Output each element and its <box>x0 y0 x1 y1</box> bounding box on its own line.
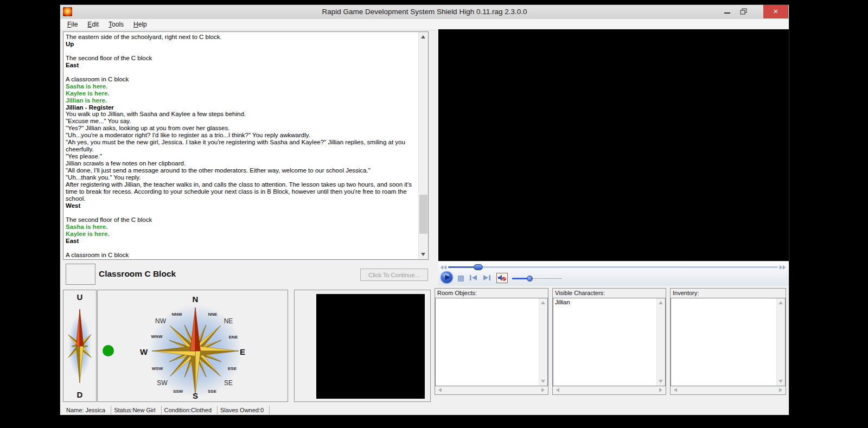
game-text-line: West <box>66 202 417 209</box>
game-text-line <box>66 209 417 216</box>
game-text-line: The second floor of the C block <box>66 216 417 223</box>
maximize-button[interactable] <box>737 5 751 18</box>
media-controls <box>438 261 789 286</box>
compass-panel: NNNENEENEEESESESSESSSWSWWSWWWNWNWNNW <box>97 290 288 402</box>
app-window: Rapid Game Development System Shield Hig… <box>60 4 789 415</box>
compass-direction-n[interactable]: N <box>193 295 199 304</box>
scroll-up-icon[interactable] <box>541 301 545 304</box>
compass-direction-wsw[interactable]: WSW <box>152 366 163 371</box>
scroll-down-icon[interactable] <box>659 380 663 383</box>
secondary-image-panel <box>294 290 431 402</box>
visible-characters-list[interactable]: Jillian <box>553 298 666 386</box>
compass-direction-wnw[interactable]: WNW <box>151 334 163 339</box>
scroll-right-icon[interactable] <box>541 388 545 392</box>
scroll-down-icon[interactable] <box>778 380 783 383</box>
room-objects-scrollbar[interactable] <box>539 298 547 386</box>
scroll-up-icon[interactable] <box>778 301 783 304</box>
menu-item-file[interactable]: File <box>62 19 82 30</box>
compass-rose-icon[interactable] <box>98 290 288 401</box>
minimize-button[interactable] <box>720 5 735 18</box>
game-text-line: "Yes please." <box>66 153 417 160</box>
close-button[interactable]: × <box>763 5 788 18</box>
scroll-right-icon[interactable] <box>659 388 662 392</box>
game-text-line: The eastern side of the schoolyard, righ… <box>66 34 417 41</box>
game-text-area[interactable]: The eastern side of the schoolyard, righ… <box>63 31 429 260</box>
game-text-line: A classroom in C block <box>66 252 417 258</box>
game-text-line: "Excuse me..." You say. <box>66 118 417 125</box>
game-text-line: East <box>66 62 417 69</box>
compass-direction-nnw[interactable]: NNW <box>171 312 182 317</box>
scroll-left-icon[interactable] <box>556 388 559 392</box>
compass-direction-s[interactable]: S <box>193 391 198 400</box>
previous-icon[interactable] <box>469 274 477 281</box>
game-text-line: After registering with Jillian, the teac… <box>66 181 417 202</box>
secondary-image <box>316 294 425 399</box>
game-text-line <box>66 48 417 55</box>
scroll-left-icon[interactable] <box>674 388 677 392</box>
seek-thumb[interactable] <box>474 264 483 270</box>
game-text-line: Kaylee is here. <box>66 231 417 238</box>
next-icon[interactable] <box>483 274 491 281</box>
menu-bar: FileEditToolsHelp <box>60 19 789 30</box>
inventory-label: Inventory: <box>671 289 786 298</box>
list-item[interactable]: Jillian <box>553 298 665 306</box>
close-icon: × <box>774 7 778 16</box>
compass-down-label[interactable]: D <box>63 390 96 399</box>
visible-characters-label: Visible Characters: <box>553 289 666 298</box>
game-text-line <box>66 69 417 76</box>
room-objects-panel: Room Objects: <box>435 288 548 395</box>
compass-direction-ssw[interactable]: SSW <box>173 389 183 394</box>
menu-item-help[interactable]: Help <box>129 19 152 30</box>
room-objects-hscrollbar[interactable] <box>436 386 547 394</box>
game-text-line: Jillian scrawls a few notes on her clipb… <box>66 160 417 167</box>
text-scrollbar[interactable] <box>418 32 428 259</box>
continue-button[interactable]: Click To Continue... <box>360 269 428 281</box>
visible-characters-scrollbar[interactable] <box>656 298 665 386</box>
play-button[interactable] <box>440 271 454 284</box>
stop-icon[interactable] <box>458 276 464 282</box>
game-text-line: "All done, I'll just send a message arou… <box>66 167 417 174</box>
compass-direction-ene[interactable]: ENE <box>229 335 238 340</box>
compass-direction-ne[interactable]: NE <box>224 317 233 325</box>
inventory-panel: Inventory: <box>670 288 786 395</box>
inventory-hscrollbar[interactable] <box>671 386 785 394</box>
compass-direction-nne[interactable]: NNE <box>208 312 218 317</box>
scroll-left-icon[interactable] <box>438 388 442 392</box>
volume-thumb[interactable] <box>527 276 533 282</box>
compass-direction-sse[interactable]: SSE <box>208 389 216 394</box>
scrollbar-thumb[interactable] <box>419 195 427 234</box>
scroll-down-icon[interactable] <box>541 380 545 383</box>
compass-direction-sw[interactable]: SW <box>157 379 167 387</box>
game-text-line: "Ah yes, you must be the new girl, Jessi… <box>66 139 417 153</box>
titlebar: Rapid Game Development System Shield Hig… <box>60 5 789 19</box>
fast-forward-icon[interactable] <box>779 265 786 270</box>
compass-direction-nw[interactable]: NW <box>155 317 166 325</box>
inventory-list[interactable] <box>671 298 786 386</box>
compass-direction-ese[interactable]: ESE <box>228 366 237 371</box>
game-text-line: Kaylee is here. <box>66 90 417 97</box>
minimize-icon <box>724 12 730 14</box>
seek-slider[interactable] <box>448 266 778 268</box>
room-name: Classroom C Block <box>99 264 176 284</box>
rewind-icon[interactable] <box>441 265 447 270</box>
vertical-compass-icon[interactable] <box>66 302 94 390</box>
compass-up-label[interactable]: U <box>63 292 96 302</box>
scroll-right-icon[interactable] <box>779 388 782 392</box>
compass-direction-e[interactable]: E <box>240 347 245 356</box>
compass-direction-se[interactable]: SE <box>224 379 233 387</box>
menu-item-edit[interactable]: Edit <box>82 19 104 30</box>
visible-characters-hscrollbar[interactable] <box>553 386 665 394</box>
inventory-scrollbar[interactable] <box>776 298 785 386</box>
status-field: Name: Jessica <box>63 406 111 414</box>
scroll-up-icon[interactable] <box>659 301 663 304</box>
compass-direction-w[interactable]: W <box>140 347 148 356</box>
game-text-line: "Yes?" Jillian asks, looking up at you f… <box>66 125 417 132</box>
scroll-down-icon[interactable] <box>421 253 425 256</box>
game-text-line: The second floor of the C block <box>66 55 417 62</box>
scroll-up-icon[interactable] <box>421 35 425 39</box>
menu-item-tools[interactable]: Tools <box>104 19 129 30</box>
room-objects-list[interactable] <box>435 298 548 386</box>
game-text-line: Up <box>66 41 417 48</box>
mute-icon <box>497 273 507 283</box>
mute-button[interactable] <box>496 273 508 283</box>
